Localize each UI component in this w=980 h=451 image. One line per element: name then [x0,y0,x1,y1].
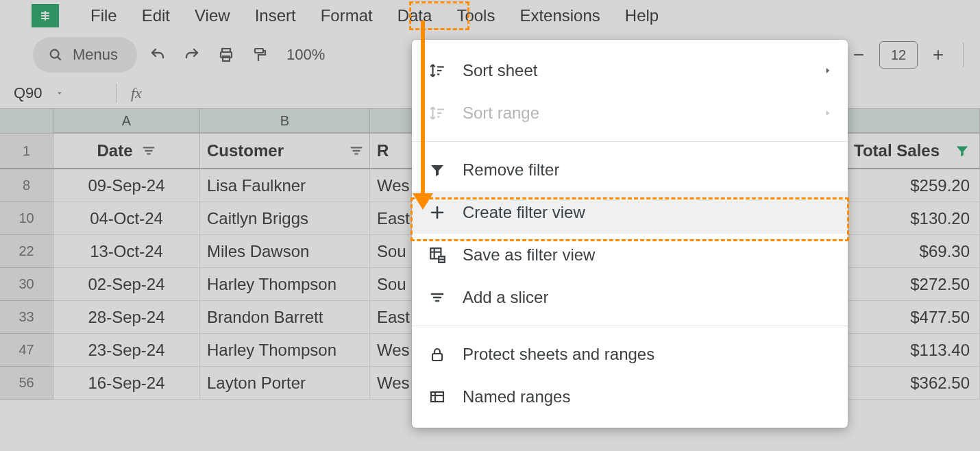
menu-remove-filter[interactable]: Remove filter [412,149,848,191]
cell-customer[interactable]: Harley Thompson [200,334,370,367]
menu-separator [412,141,848,142]
col-header-B[interactable]: B [200,109,370,134]
row-number[interactable]: 1 [0,134,53,169]
sort-sheet-icon [427,62,448,80]
menu-named-ranges[interactable]: Named ranges [412,376,848,418]
font-size-decrease[interactable]: − [845,41,872,69]
row-number[interactable]: 30 [0,268,53,301]
row-number[interactable]: 10 [0,202,53,235]
svg-point-5 [51,50,59,58]
menu-format[interactable]: Format [308,2,385,29]
redo-button[interactable] [178,41,206,69]
header-date[interactable]: Date [53,134,200,169]
save-filter-view-icon [427,246,448,264]
search-menus-label: Menus [73,46,118,64]
cell-customer[interactable]: Lisa Faulkner [200,169,370,202]
named-ranges-icon [427,389,448,405]
select-all-corner[interactable] [0,109,53,134]
menu-separator [412,326,848,326]
menu-bar: File Edit View Insert Format Data Tools … [0,0,980,32]
name-box-value: Q90 [14,84,42,102]
menu-create-filter-view[interactable]: Create filter view [412,191,848,234]
svg-rect-35 [432,354,442,361]
font-size-input[interactable]: 12 [879,41,918,69]
cell-customer[interactable]: Caitlyn Briggs [200,202,370,235]
svg-rect-4 [45,11,46,21]
plus-icon [427,204,448,221]
submenu-arrow-icon [823,108,833,118]
menu-data[interactable]: Data [385,2,445,29]
filter-icon-active[interactable] [955,143,970,158]
menu-sort-sheet[interactable]: Sort sheet [412,49,848,92]
name-box[interactable]: Q90 [14,84,103,102]
paint-format-button[interactable] [247,41,274,69]
menu-file[interactable]: File [78,2,130,29]
menu-sort-range: Sort range [412,92,848,134]
lock-icon [427,346,448,363]
cell-date[interactable]: 16-Sep-24 [53,367,200,400]
menu-extensions[interactable]: Extensions [507,2,612,29]
data-menu-dropdown: Sort sheet Sort range Remove filter Crea… [412,40,848,428]
menu-save-as-filter-view[interactable]: Save as filter view [412,234,848,276]
svg-rect-36 [431,392,443,402]
row-number[interactable]: 56 [0,367,53,400]
filter-icon[interactable] [141,143,156,158]
col-header-A[interactable]: A [53,109,200,134]
cell-customer[interactable]: Brandon Barrett [200,301,370,334]
menu-help[interactable]: Help [613,2,671,29]
print-button[interactable] [212,41,240,69]
sheets-logo[interactable] [32,4,59,27]
cell-customer[interactable]: Miles Dawson [200,235,370,268]
zoom-level[interactable]: 100% [281,46,330,64]
svg-rect-10 [255,49,263,53]
cell-date[interactable]: 02-Sep-24 [53,268,200,301]
funnel-icon [427,162,448,178]
svg-rect-9 [223,56,230,61]
cell-customer[interactable]: Harley Thompson [200,268,370,301]
menu-add-slicer[interactable]: Add a slicer [412,276,848,319]
fx-icon: fx [131,84,142,102]
row-number[interactable]: 22 [0,235,53,268]
cell-date[interactable]: 04-Oct-24 [53,202,200,235]
menu-tools[interactable]: Tools [444,2,507,29]
sort-range-icon [427,104,448,122]
search-icon [48,47,63,62]
font-size-increase[interactable]: + [924,41,952,69]
search-menus[interactable]: Menus [33,37,137,73]
slicer-icon [427,289,448,306]
menu-edit[interactable]: Edit [130,2,182,29]
undo-button[interactable] [144,41,171,69]
row-number[interactable]: 47 [0,334,53,367]
header-customer[interactable]: Customer [200,134,370,169]
cell-date[interactable]: 13-Oct-24 [53,235,200,268]
row-number[interactable]: 8 [0,169,53,202]
row-number[interactable]: 33 [0,301,53,334]
cell-date[interactable]: 09-Sep-24 [53,169,200,202]
submenu-arrow-icon [823,66,833,75]
svg-line-6 [58,57,61,60]
filter-icon[interactable] [349,143,364,158]
cell-date[interactable]: 28-Sep-24 [53,301,200,334]
menu-view[interactable]: View [182,2,243,29]
chevron-down-icon [55,88,64,98]
toolbar-divider [963,42,964,67]
cell-date[interactable]: 23-Sep-24 [53,334,200,367]
divider [117,84,117,103]
menu-protect-sheets[interactable]: Protect sheets and ranges [412,333,848,376]
cell-customer[interactable]: Layton Porter [200,367,370,400]
menu-insert[interactable]: Insert [243,2,308,29]
